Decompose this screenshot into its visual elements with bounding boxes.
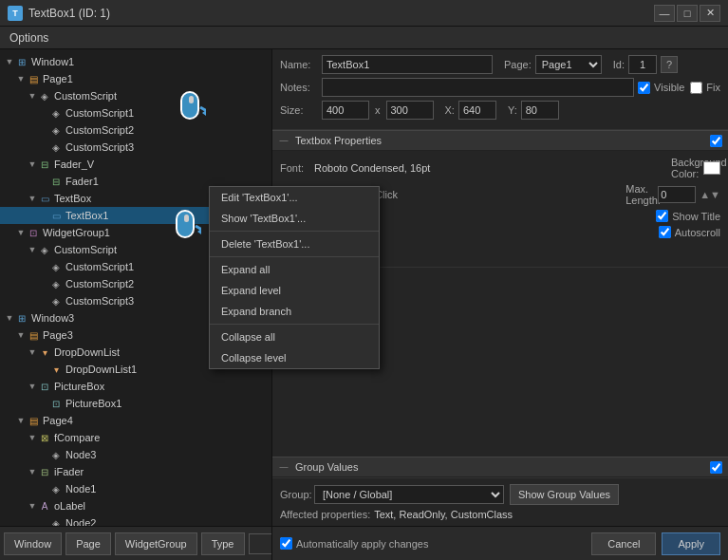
context-delete[interactable]: Delete 'TextBox1'... [210, 233, 379, 254]
tree-item-picturebox[interactable]: ▼ ⊡ PictureBox [0, 378, 271, 395]
tree-item-faderv[interactable]: ▼ ⊟ Fader_V [0, 156, 271, 173]
tree-label: oLabel [54, 500, 85, 512]
context-collapse-level[interactable]: Collapse level [210, 347, 379, 368]
group-values-header[interactable]: — Group Values [272, 457, 728, 477]
page-icon: ▤ [27, 72, 40, 85]
maxlen-input[interactable] [658, 186, 696, 203]
tree-label: CustomScript2 [65, 278, 134, 289]
tree-item-olabel[interactable]: ▼ A oLabel [0, 497, 271, 514]
x-input[interactable] [458, 101, 496, 120]
tree-label: CustomScript1 [65, 261, 134, 272]
expand-icon: ▼ [27, 193, 38, 204]
cancel-button[interactable]: Cancel [591, 532, 656, 555]
tree-item-page1[interactable]: ▼ ▤ Page1 [0, 70, 271, 87]
tree-item-customscript3[interactable]: ◈ CustomScript3 [0, 139, 271, 156]
id-input[interactable] [628, 55, 657, 74]
auto-apply-checkbox[interactable] [280, 537, 292, 550]
tree-item-node3[interactable]: ◈ Node3 [0, 446, 271, 463]
script-icon: ◈ [49, 277, 63, 290]
bgcolor-box[interactable] [703, 161, 720, 175]
tree-label: CustomScript3 [65, 141, 134, 153]
visible-checkbox-row: Visible [638, 82, 684, 94]
context-expand-level[interactable]: Expand level [210, 280, 379, 301]
tree-item-window1[interactable]: ▼ ⊞ Window1 [0, 53, 271, 70]
context-edit[interactable]: Edit 'TextBox1'... [210, 187, 379, 208]
tree-label: TextBox1 [65, 210, 108, 221]
apply-button[interactable]: Apply [662, 532, 720, 555]
showtitle-checkbox-row: Show Title [656, 210, 720, 222]
tree-item-customscript2[interactable]: ◈ CustomScript2 [0, 121, 271, 139]
dropdown-icon: ▾ [49, 363, 63, 376]
close-button[interactable]: ✕ [700, 5, 720, 22]
tree-item-customscript1[interactable]: ◈ CustomScript1 [0, 104, 271, 121]
name-input[interactable] [322, 55, 493, 74]
group-select[interactable]: [None / Global] [314, 485, 504, 504]
search-input[interactable] [249, 533, 273, 554]
context-collapse-all[interactable]: Collapse all [210, 327, 379, 347]
minimize-button[interactable]: — [654, 5, 675, 22]
textbox-icon: ▭ [49, 209, 63, 222]
visible-checkbox[interactable] [638, 82, 650, 94]
expand-icon [38, 449, 49, 460]
tree-label: Node2 [65, 517, 96, 526]
width-input[interactable] [322, 101, 369, 120]
tree-label: CustomScript [54, 244, 117, 255]
compare-icon: ⊠ [38, 431, 51, 444]
prop-form-top: Name: Page: Page1 Id: ? Notes: [272, 49, 728, 130]
y-input[interactable] [521, 101, 559, 120]
script-icon: ◈ [49, 106, 63, 120]
height-input[interactable] [386, 101, 434, 120]
page-icon: ▤ [27, 414, 40, 427]
page-button[interactable]: Page [65, 532, 111, 555]
autoscroll-checkbox[interactable] [659, 226, 671, 238]
textbox-icon: ▭ [38, 192, 51, 205]
affected-value: Text, ReadOnly, CustomClass [374, 509, 513, 520]
fix-checkbox[interactable] [690, 82, 702, 94]
tree-item-page4[interactable]: ▼ ▤ Page4 [0, 412, 271, 429]
expand-icon [38, 141, 49, 153]
showtitle-checkbox[interactable] [656, 210, 668, 222]
context-show[interactable]: Show 'TextBox1'... [210, 208, 379, 229]
page-icon: ▤ [27, 328, 40, 342]
type-button[interactable]: Type [201, 532, 245, 555]
help-button[interactable]: ? [661, 56, 678, 73]
group-section-checkbox[interactable] [710, 461, 722, 474]
notes-label: Notes: [280, 82, 318, 93]
context-expand-all[interactable]: Expand all [210, 259, 379, 280]
widgetgroup-button[interactable]: WidgetGroup [115, 532, 197, 555]
fader-icon: ⊟ [38, 158, 51, 171]
tree-item-node1[interactable]: ◈ Node1 [0, 480, 271, 497]
show-group-values-button[interactable]: Show Group Values [510, 484, 619, 505]
tree-item-fcompare[interactable]: ▼ ⊠ fCompare [0, 429, 271, 446]
textbox-properties-header[interactable]: — Textbox Properties [272, 130, 728, 151]
tree-item-ifader[interactable]: ▼ ⊟ iFader [0, 463, 271, 480]
maximize-button[interactable]: □ [677, 5, 698, 22]
y-label: Y: [508, 104, 517, 116]
tree-label: Page4 [43, 415, 73, 426]
tree-item-node2[interactable]: ◈ Node2 [0, 514, 271, 526]
window-controls: — □ ✕ [654, 5, 720, 22]
expand-icon [38, 483, 49, 495]
window-title: TextBox1 (ID: 1) [28, 7, 654, 20]
group-label: Group: [280, 489, 308, 500]
context-expand-branch[interactable]: Expand branch [210, 301, 379, 322]
tree-item-picturebox1[interactable]: ⊡ PictureBox1 [0, 395, 271, 412]
expand-icon: ▼ [27, 432, 38, 443]
expand-icon: ▼ [27, 466, 38, 477]
page-select[interactable]: Page1 [535, 55, 602, 74]
window-button[interactable]: Window [4, 532, 62, 555]
section-checkbox[interactable] [710, 135, 722, 147]
expand-icon [38, 398, 49, 409]
maxlen-spin[interactable]: ▲▼ [700, 189, 720, 200]
expand-icon [38, 176, 49, 187]
id-label: Id: [613, 59, 625, 70]
autoscroll-label: Autoscroll [675, 227, 720, 238]
script-icon: ◈ [49, 260, 63, 273]
tree-label: Window1 [31, 56, 74, 67]
x-label: X: [445, 104, 455, 116]
options-bar: Options [0, 27, 728, 49]
tree-label: CustomScript3 [65, 295, 134, 307]
tree-item-customscript[interactable]: ▼ ◈ CustomScript [0, 87, 271, 104]
expand-icon [38, 210, 49, 221]
notes-input[interactable] [322, 78, 634, 97]
